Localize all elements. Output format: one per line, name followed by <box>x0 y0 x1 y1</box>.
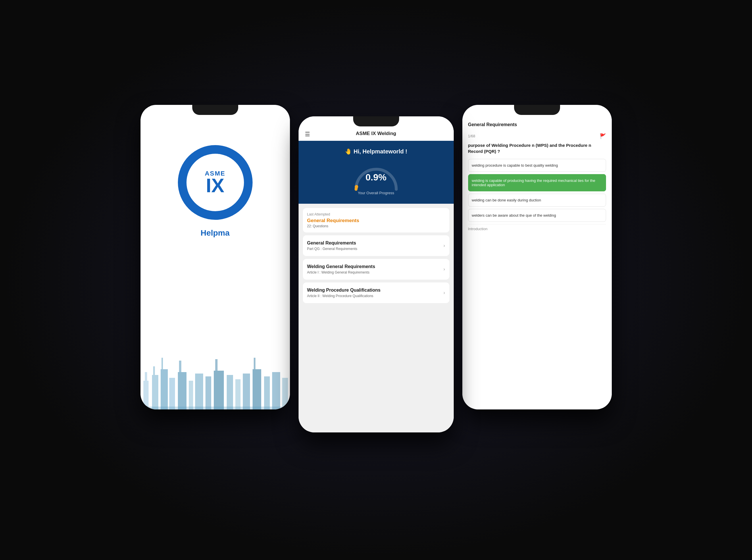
right-header-title: General Requirements <box>468 122 606 127</box>
last-attempted-subtitle: 22: Questions <box>307 224 445 228</box>
asme-roman-numeral: IX <box>206 177 224 194</box>
question-counter: 1/68 🚩 <box>468 133 606 139</box>
menu-item-sub-2: Article II : Welding Procedure Qualifica… <box>307 294 441 298</box>
question-number: 1/68 <box>468 134 475 138</box>
menu-item-welding-general[interactable]: Welding General Requirements Article I :… <box>303 259 450 280</box>
content-area[interactable]: Last Attempted General Requirements 22: … <box>299 204 454 433</box>
svg-rect-16 <box>243 374 250 409</box>
menu-item-general-requirements[interactable]: General Requirements Part QG : General R… <box>303 235 450 256</box>
svg-rect-10 <box>195 374 203 409</box>
menu-item-title-2: Welding Procedure Qualifications <box>307 287 441 293</box>
svg-rect-17 <box>253 369 261 409</box>
svg-rect-19 <box>264 376 270 409</box>
flag-icon[interactable]: 🚩 <box>600 133 606 139</box>
svg-rect-12 <box>214 371 224 409</box>
svg-rect-21 <box>282 378 288 409</box>
svg-rect-18 <box>254 358 255 369</box>
answer-text-1: welding is capable of producing having t… <box>472 178 595 187</box>
center-phone-screen: ☰ ASME IX Welding 🤚 Hi, Helpmateworld ! <box>299 116 454 433</box>
center-phone-notch <box>353 116 399 126</box>
svg-rect-2 <box>152 375 158 409</box>
svg-rect-1 <box>145 372 147 381</box>
svg-rect-13 <box>215 359 218 371</box>
left-phone-notch <box>192 105 238 115</box>
svg-rect-11 <box>205 376 211 409</box>
menu-item-sub-1: Article I : Welding General Requirements <box>307 271 441 274</box>
menu-item-sub-0: Part QG : General Requirements <box>307 247 441 251</box>
answer-text-3: welders can be aware about the que of th… <box>472 213 556 218</box>
answer-text-0: welding procedure is capable to best qua… <box>472 163 558 167</box>
answer-text-2: welding can be done easily during ductio… <box>472 198 541 202</box>
menu-item-title-1: Welding General Requirements <box>307 264 441 269</box>
svg-rect-7 <box>178 372 186 409</box>
svg-rect-3 <box>153 366 155 375</box>
left-phone-screen: ASME IX Helpma <box>140 105 290 409</box>
answer-option-3[interactable]: welders can be aware about the que of th… <box>468 209 606 222</box>
menu-item-title-0: General Requirements <box>307 240 441 246</box>
chevron-right-icon-0: › <box>443 243 445 248</box>
industrial-skyline <box>140 329 290 409</box>
right-phone-notch <box>514 105 560 115</box>
svg-rect-4 <box>161 369 168 409</box>
svg-rect-5 <box>161 358 163 369</box>
last-attempted-card: Last Attempted General Requirements 22: … <box>303 208 450 233</box>
app-title: ASME IX Welding <box>356 131 396 137</box>
helpmate-tagline: Helpma <box>201 228 230 238</box>
last-attempted-title: General Requirements <box>307 218 445 223</box>
answer-option-1[interactable]: welding is capable of producing having t… <box>468 174 606 192</box>
chevron-right-icon-2: › <box>443 290 445 295</box>
svg-rect-15 <box>235 379 240 409</box>
right-phone: General Requirements 1/68 🚩 purpose of W… <box>462 105 612 409</box>
section-label: Introduction <box>468 224 606 231</box>
svg-rect-0 <box>143 381 149 409</box>
center-phone: ☰ ASME IX Welding 🤚 Hi, Helpmateworld ! <box>299 116 454 433</box>
asme-circle: ASME IX <box>178 145 253 220</box>
svg-rect-9 <box>189 381 193 409</box>
last-attempted-label: Last Attempted <box>307 212 445 216</box>
svg-rect-20 <box>272 372 280 409</box>
svg-point-23 <box>355 185 358 188</box>
chevron-right-icon-1: › <box>443 267 445 272</box>
greeting-text: 🤚 Hi, Helpmateworld ! <box>345 148 407 155</box>
question-body: purpose of Welding Procedure n (WPS) and… <box>468 143 591 154</box>
progress-circle: 0.9% <box>350 161 402 189</box>
hamburger-menu-icon[interactable]: ☰ <box>305 131 310 138</box>
svg-rect-8 <box>179 361 181 372</box>
asme-logo-area: ASME IX Helpma <box>178 145 253 238</box>
svg-rect-22 <box>140 406 290 409</box>
hero-section: 🤚 Hi, Helpmateworld ! 0.9% Your Overall … <box>299 141 454 204</box>
left-phone: ASME IX Helpma <box>140 105 290 409</box>
answer-option-0[interactable]: welding procedure is capable to best qua… <box>468 159 606 172</box>
svg-rect-14 <box>227 375 233 409</box>
right-phone-screen: General Requirements 1/68 🚩 purpose of W… <box>462 105 612 409</box>
svg-rect-6 <box>169 378 175 409</box>
answer-option-2[interactable]: welding can be done easily during ductio… <box>468 194 606 206</box>
question-text: purpose of Welding Procedure n (WPS) and… <box>468 142 606 154</box>
progress-value: 0.9% <box>365 172 387 183</box>
menu-item-procedure-qualifications[interactable]: Welding Procedure Qualifications Article… <box>303 282 450 303</box>
phones-container: ASME IX Helpma <box>118 36 635 524</box>
